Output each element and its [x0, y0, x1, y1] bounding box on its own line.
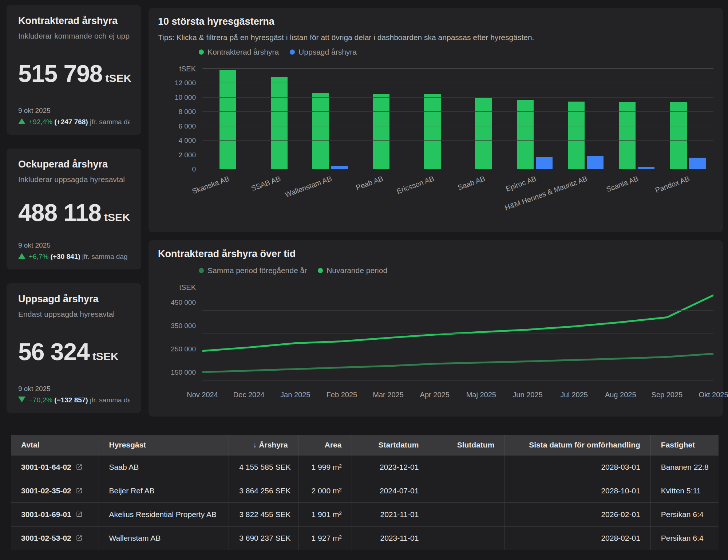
cell-hyresgast: Wallenstam AB — [99, 527, 229, 550]
x-axis-tick: Feb 2025 — [327, 391, 357, 399]
cell-avtal: 3001-02-35-02 — [11, 479, 99, 503]
rent-over-time-panel: Kontrakterad årshyra över tid Samma peri… — [149, 240, 723, 417]
cell-area: 1 901 m² — [298, 503, 352, 527]
column-header-fastighet[interactable]: Fastighet — [650, 435, 719, 456]
bar-chart-legend: Kontrakterad årshyraUppsagd årshyra — [199, 48, 713, 56]
y-axis-tick: 350 000 — [158, 322, 196, 330]
column-header-sista-datum-f-r-omf-rhandling[interactable]: Sista datum för omförhandling — [505, 435, 650, 456]
table-row[interactable]: 3001-02-53-02Wallenstam AB3 690 237 SEK1… — [11, 527, 719, 550]
legend-label: Samma period föregående år — [207, 266, 307, 275]
table-row[interactable]: 3001-01-69-01Akelius Residential Propert… — [11, 503, 719, 527]
x-axis-tick: Nov 2024 — [187, 391, 218, 399]
cell-avtal: 3001-01-69-01 — [11, 503, 99, 527]
terminated-rent-bar[interactable] — [536, 157, 553, 170]
column-header-area[interactable]: Area — [298, 435, 352, 456]
terminated-rent-bar[interactable] — [689, 158, 706, 169]
avtal-number: 3001-01-64-02 — [21, 463, 71, 471]
legend-dot-icon — [290, 50, 295, 55]
x-axis-tick: Maj 2025 — [466, 391, 496, 399]
kpi-card-kontrakterad: Kontrakterad årshyra Inkluderar kommande… — [7, 5, 141, 135]
line-chart-legend: Samma period föregående årNuvarande peri… — [199, 266, 713, 275]
kpi-unit: tSEK — [106, 72, 132, 84]
y-axis-tick: 10 000 — [158, 94, 196, 102]
bar-category-label[interactable]: SSAB AB — [250, 174, 282, 193]
bar-category-label[interactable]: Epiroc AB — [505, 174, 537, 193]
bar-category-label[interactable]: Saab AB — [457, 174, 486, 192]
top-tenants-panel: 10 största hyresgästerna Tips: Klicka & … — [149, 8, 723, 232]
contracted-rent-bar[interactable] — [517, 100, 534, 169]
kpi-date: 9 okt 2025 — [18, 107, 130, 115]
column-header-hyresg-st[interactable]: Hyresgäst — [99, 435, 229, 456]
y-axis-unit: tSEK — [158, 65, 196, 73]
kpi-date: 9 okt 2025 — [18, 241, 130, 249]
contracted-rent-bar[interactable] — [424, 94, 441, 169]
table-row[interactable]: 3001-01-64-02Saab AB4 155 585 SEK1 999 m… — [11, 456, 719, 479]
line-chart: tSEK 150 000250 000350 000450 000 Nov 20… — [202, 287, 713, 405]
bar-category-label[interactable]: Skanska AB — [191, 174, 231, 196]
contracted-rent-bar[interactable] — [271, 77, 288, 169]
cell-hyresgast: Saab AB — [99, 456, 229, 479]
bar-category: Skanska AB — [202, 169, 253, 212]
y-axis-tick: 250 000 — [158, 345, 196, 353]
column-header--rshyra[interactable]: ↓Årshyra — [229, 435, 298, 456]
bar-category: Wallenstam AB — [305, 169, 356, 212]
kpi-title: Uppsagd årshyra — [18, 293, 130, 305]
column-header-startdatum[interactable]: Startdatum — [352, 435, 429, 456]
gridline — [202, 97, 713, 98]
contracted-rent-bar[interactable] — [619, 102, 636, 169]
cell-slutdatum — [429, 479, 505, 503]
bar-x-labels: Skanska ABSSAB ABWallenstam ABPeab ABEri… — [202, 169, 713, 212]
terminated-rent-bar[interactable] — [587, 156, 604, 169]
series-line[interactable] — [202, 354, 713, 372]
external-link-icon[interactable] — [76, 464, 83, 470]
line-x-labels: Nov 2024Dec 2024Jan 2025Feb 2025Mar 2025… — [202, 391, 713, 405]
cell-avtal: 3001-01-64-02 — [11, 456, 99, 479]
change-percent: +6,7% — [29, 253, 48, 260]
external-link-icon[interactable] — [76, 535, 83, 541]
avtal-number: 3001-02-53-02 — [21, 534, 71, 542]
gridline — [202, 68, 713, 69]
y-axis-tick: 8 000 — [158, 108, 196, 116]
cell-omforhandling: 2028-03-01 — [505, 456, 650, 479]
cell-startdatum: 2024-07-01 — [352, 479, 429, 503]
legend-item[interactable]: Samma period föregående år — [199, 266, 307, 275]
kpi-unit: tSEK — [104, 211, 130, 223]
legend-dot-icon — [318, 268, 323, 273]
external-link-icon[interactable] — [76, 511, 83, 518]
legend-item[interactable]: Kontrakterad årshyra — [199, 48, 279, 56]
kpi-title: Kontrakterad årshyra — [18, 15, 130, 27]
bar-category: Pandox AB — [662, 169, 713, 212]
contracted-rent-bar[interactable] — [373, 94, 389, 169]
cell-slutdatum — [429, 456, 505, 479]
gridline — [202, 334, 713, 334]
column-header-avtal[interactable]: Avtal — [11, 435, 99, 456]
external-link-icon[interactable] — [76, 487, 83, 494]
kpi-title: Ockuperad årshyra — [18, 159, 130, 170]
bar-category-label[interactable]: Peab AB — [355, 174, 384, 192]
cell-slutdatum — [429, 527, 505, 550]
table-row[interactable]: 3001-02-35-02Beijer Ref AB3 864 256 SEK2… — [11, 479, 719, 503]
kpi-subtitle: Endast uppsagda hyresavtal — [18, 310, 130, 319]
series-line[interactable] — [202, 295, 713, 351]
cell-arshyra: 3 822 455 SEK — [229, 503, 298, 527]
gridline — [202, 310, 713, 311]
x-axis-tick: Jul 2025 — [560, 391, 588, 399]
gridline — [202, 380, 713, 380]
column-header-slutdatum[interactable]: Slutdatum — [429, 435, 505, 456]
cell-avtal: 3001-02-53-02 — [11, 527, 99, 550]
gridline — [202, 111, 713, 112]
kpi-value: 515 798tSEK — [18, 60, 130, 87]
cell-area: 2 000 m² — [298, 479, 352, 503]
legend-item[interactable]: Uppsagd årshyra — [290, 48, 357, 56]
contracted-rent-bar[interactable] — [312, 93, 329, 169]
bar-chart-tip: Tips: Klicka & filtrera på en hyresgäst … — [158, 33, 713, 42]
contracts-table: AvtalHyresgäst↓ÅrshyraAreaStartdatumSlut… — [11, 435, 719, 550]
trend-up-icon — [18, 253, 25, 259]
kpi-change: +6,7% (+30 841) jfr. samma dag föregåend… — [18, 253, 130, 261]
y-axis-tick: 150 000 — [158, 368, 196, 376]
x-axis-tick: Dec 2024 — [233, 391, 265, 399]
legend-item[interactable]: Nuvarande period — [318, 266, 387, 275]
contracted-rent-bar[interactable] — [670, 102, 687, 169]
legend-dot-icon — [199, 268, 204, 273]
contracted-rent-bar[interactable] — [475, 98, 492, 169]
